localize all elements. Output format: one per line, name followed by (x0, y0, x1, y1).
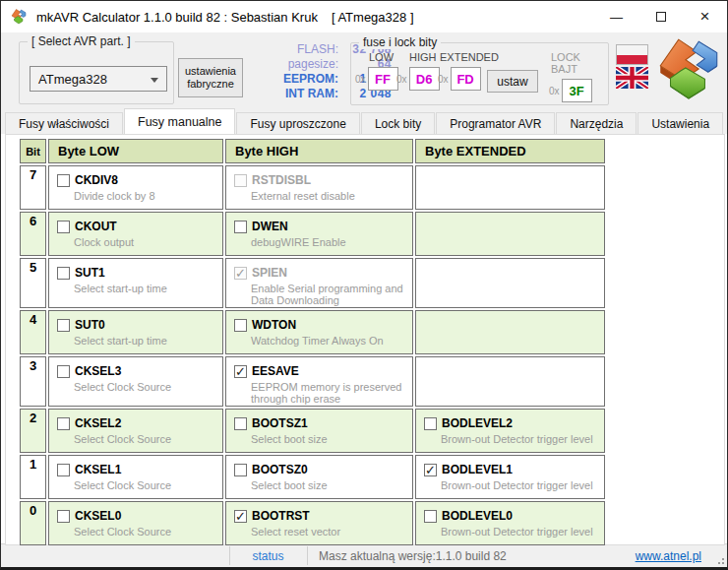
checkbox-eesave[interactable] (234, 365, 247, 378)
ustaw-button[interactable]: ustaw (487, 70, 538, 93)
lock-byte-label: LOCK BAJT (551, 51, 608, 75)
bit-label: 3 (20, 356, 46, 407)
minimize-icon: — (610, 10, 623, 25)
fuse-name: SUT1 (75, 266, 105, 280)
minimize-button[interactable]: — (594, 1, 638, 32)
pagesize-label: pagesize: (250, 57, 338, 72)
fuse-cell-cksel2: CKSEL2Select Clock Source (48, 409, 223, 453)
fuse-description: Brown-out Detector trigger level (441, 479, 603, 491)
avr-part-select[interactable]: ATmega328 (30, 66, 167, 92)
fuse-cell-empty (415, 356, 605, 407)
lock-byte-input[interactable] (562, 79, 592, 102)
fuse-cell-cksel0: CKSEL0Select Clock Source (48, 501, 223, 545)
fuse-table-header-row: Bit Byte LOW Byte HIGH Byte EXTENDED (20, 139, 605, 163)
tab-tools[interactable]: Narzędzia (556, 112, 637, 134)
checkbox-bodlevel1[interactable] (424, 464, 437, 476)
tab-simplified[interactable]: Fusy uproszczone (236, 112, 359, 134)
fuse-description: EEPROM memory is preserved through chip … (251, 381, 411, 405)
lock-byte-col: LOCK BAJT 0x (549, 51, 608, 102)
fuse-group-label: fuse i lock bity (359, 35, 441, 49)
checkbox-bootsz1[interactable] (234, 417, 247, 430)
app-icon (10, 8, 28, 26)
fuse-name: BOOTRST (252, 509, 310, 523)
tab-manual[interactable]: Fusy manualne (124, 108, 235, 134)
atnel-link[interactable]: www.atnel.pl (636, 549, 701, 563)
fuse-description: debugWIRE Enable (251, 236, 411, 248)
fuse-name: CKSEL0 (75, 509, 121, 523)
flag-uk[interactable] (616, 67, 648, 89)
maximize-button[interactable] (638, 1, 683, 32)
resize-grip[interactable] (716, 556, 724, 564)
checkbox-cksel2[interactable] (57, 417, 70, 430)
fuse-description: Select Clock Source (74, 526, 221, 538)
checkbox-rstdisbl (234, 174, 247, 187)
flash-label: FLASH: (250, 42, 338, 57)
checkbox-bootrst[interactable] (234, 510, 247, 523)
checkbox-dwen[interactable] (234, 221, 247, 233)
fuse-name: CKOUT (75, 220, 117, 233)
fuse-description: Select Clock Source (74, 381, 221, 393)
fuse-description: Enable Serial programming and Data Downl… (251, 283, 411, 306)
fuse-description: Select Clock Source (74, 433, 221, 445)
fuse-lock-group: fuse i lock bity LOW 0x HIGH 0x EXTENDED… (350, 42, 609, 105)
version-text: Masz aktualną wersję:1.1.0 build 82 (319, 549, 507, 563)
fuse-low-input[interactable] (368, 67, 398, 91)
fuse-row-bit-2: 2CKSEL2Select Clock SourceBOOTSZ1Select … (20, 409, 605, 453)
checkbox-bodlevel2[interactable] (424, 417, 437, 430)
fuse-row-bit-7: 7CKDIV8Divide clock by 8RSTDISBLExternal… (20, 165, 605, 210)
fuse-description: Brown-out Detector trigger level (441, 433, 603, 445)
header-bit: Bit (20, 139, 46, 163)
hex-prefix: 0x (396, 74, 407, 85)
bit-label: 7 (20, 165, 46, 210)
fuse-cell-empty (415, 258, 605, 308)
flag-poland[interactable] (616, 44, 648, 65)
fuse-name: BODLEVEL0 (442, 509, 513, 523)
fuse-row-bit-4: 4SUT0Select start-up timeWDTONWatchdog T… (20, 310, 605, 354)
fuse-cell-bootrst: BOOTRSTSelect reset vector (225, 501, 413, 545)
eeprom-label: EEPROM: (250, 72, 338, 87)
fuse-description: Select Clock Source (74, 479, 221, 491)
fuse-cell-cksel1: CKSEL1Select Clock Source (48, 455, 223, 499)
checkbox-cksel1[interactable] (57, 464, 70, 476)
fuse-row-bit-0: 0CKSEL0Select Clock SourceBOOTRSTSelect … (20, 501, 605, 545)
window-part-badge: [ ATmega328 ] (332, 10, 414, 25)
fuse-cell-eesave: EESAVEEEPROM memory is preserved through… (225, 356, 413, 407)
tab-strip: Fusy właściwościFusy manualneFusy uprosz… (5, 108, 724, 134)
bit-label: 4 (20, 310, 46, 354)
fuse-description: Select boot size (251, 433, 411, 445)
fuse-name: CKSEL1 (75, 463, 121, 476)
fuse-description: Clock output (74, 236, 221, 248)
checkbox-cksel0[interactable] (57, 510, 70, 523)
tab-properties[interactable]: Fusy właściwości (5, 112, 123, 134)
checkbox-bodlevel0[interactable] (424, 510, 437, 523)
avr-part-group: [ Select AVR part. ] ATmega328 (19, 41, 174, 104)
tab-programmer[interactable]: Programator AVR (436, 112, 555, 134)
chevron-down-icon (151, 78, 158, 83)
checkbox-sut0[interactable] (57, 319, 70, 332)
close-button[interactable]: × (683, 1, 727, 32)
tab-settings[interactable]: Ustawienia (637, 112, 723, 134)
checkbox-wdton[interactable] (234, 319, 247, 332)
fuse-high-input[interactable] (409, 67, 440, 91)
checkbox-ckdiv8[interactable] (57, 174, 70, 187)
fuse-name: CKSEL2 (75, 416, 121, 430)
fuse-low-label: LOW (369, 51, 398, 63)
checkbox-sut1[interactable] (57, 267, 70, 280)
fuse-name: BOOTSZ0 (252, 463, 308, 476)
tab-lockbits[interactable]: Lock bity (361, 112, 435, 134)
fuse-low-col: LOW 0x (355, 51, 398, 91)
fuse-cell-bodlevel0: BODLEVEL0Brown-out Detector trigger leve… (415, 501, 605, 545)
close-icon: × (700, 7, 710, 27)
fuse-description: Brown-out Detector trigger level (441, 526, 603, 538)
fuse-extended-input[interactable] (451, 67, 481, 91)
checkbox-cksel3[interactable] (57, 365, 70, 378)
checkbox-ckout[interactable] (57, 221, 70, 233)
fuse-row-bit-3: 3CKSEL3Select Clock SourceEESAVEEEPROM m… (20, 356, 605, 407)
fuse-name: CKSEL3 (75, 364, 121, 378)
fuse-extended-label: EXTENDED (440, 51, 499, 63)
fuse-cell-bootsz1: BOOTSZ1Select boot size (225, 409, 413, 453)
fuse-cell-wdton: WDTONWatchdog Timer Always On (225, 310, 413, 354)
fuse-cell-ckdiv8: CKDIV8Divide clock by 8 (48, 165, 223, 210)
checkbox-bootsz0[interactable] (234, 464, 247, 476)
factory-settings-button[interactable]: ustawienia fabryczne (178, 58, 243, 97)
